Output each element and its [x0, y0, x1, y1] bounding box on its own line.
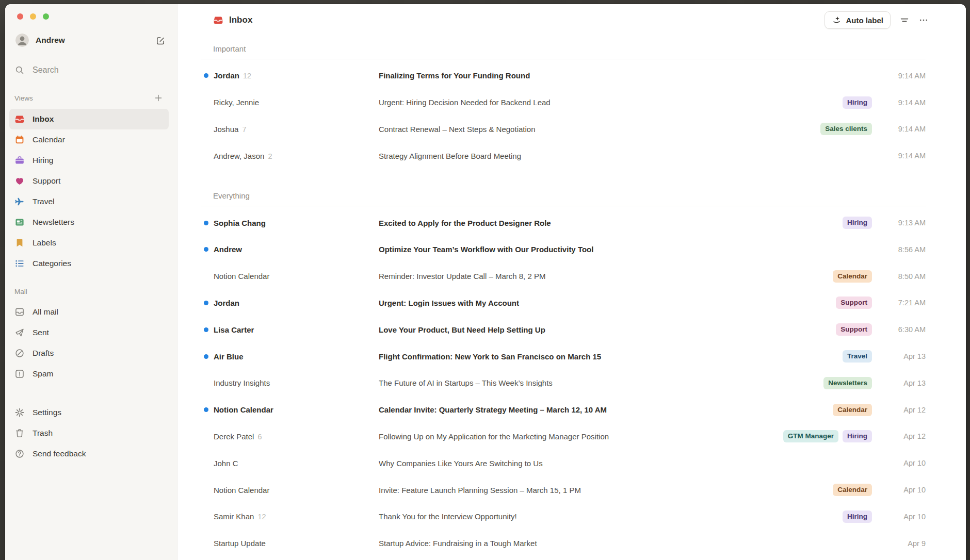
- sidebar-item-settings[interactable]: Settings: [9, 402, 169, 423]
- section-divider: [201, 59, 926, 59]
- email-subject: Thank You for the Interview Opportunity!: [379, 512, 834, 521]
- list-icon: [14, 258, 25, 269]
- sidebar-item-labels[interactable]: Labels: [9, 233, 169, 253]
- search-icon: [14, 65, 25, 75]
- bookmark-icon: [14, 238, 25, 248]
- label-tag[interactable]: Hiring: [843, 510, 872, 523]
- sidebar-item-travel[interactable]: Travel: [9, 191, 169, 212]
- auto-label-button[interactable]: Auto label: [824, 11, 891, 29]
- email-row[interactable]: John C Why Companies Like Yours Are Swit…: [201, 450, 926, 476]
- section-header: Important: [213, 33, 926, 59]
- sidebar-item-newsletters[interactable]: Newsletters: [9, 212, 169, 233]
- gear-icon: [14, 407, 25, 418]
- zoom-window-button[interactable]: [43, 13, 49, 20]
- label-tag[interactable]: Sales clients: [820, 123, 872, 135]
- filter-button[interactable]: [899, 15, 910, 25]
- section-rows: Sophia Chang Excited to Apply for the Pr…: [201, 209, 926, 560]
- email-row[interactable]: Notion Calendar Invite: Feature Launch P…: [201, 476, 926, 503]
- views-section-label: Views: [14, 94, 33, 102]
- sidebar-item-trash[interactable]: Trash: [9, 423, 169, 443]
- email-row[interactable]: Air Blue Flight Confirmation: New York t…: [201, 343, 926, 370]
- header-controls: Auto label: [824, 11, 929, 29]
- email-labels: Sales clients: [820, 123, 872, 135]
- email-row[interactable]: Ricky, Jennie Urgent: Hiring Decision Ne…: [201, 89, 926, 116]
- sidebar-item-sent[interactable]: Sent: [9, 322, 169, 343]
- label-tag[interactable]: GTM Manager: [783, 430, 838, 442]
- label-tag[interactable]: Hiring: [843, 430, 872, 442]
- email-sender: John C: [214, 459, 238, 468]
- email-time: Apr 12: [878, 432, 926, 440]
- mail-section-header: Mail: [5, 284, 164, 299]
- label-tag[interactable]: Support: [836, 323, 872, 336]
- email-row[interactable]: Notion Calendar Calendar Invite: Quarter…: [201, 397, 926, 423]
- more-options-button[interactable]: [918, 15, 929, 25]
- email-subject: Love Your Product, But Need Help Setting…: [379, 325, 828, 334]
- sidebar-item-calendar[interactable]: Calendar: [9, 129, 169, 150]
- email-labels: Hiring: [843, 96, 872, 109]
- email-labels: Support: [836, 323, 872, 336]
- unread-dot: [204, 247, 208, 252]
- email-row[interactable]: Lisa Carter Love Your Product, But Need …: [201, 316, 926, 343]
- label-tag[interactable]: Calendar: [833, 484, 872, 496]
- email-time: Apr 10: [878, 513, 926, 521]
- email-sender: Andrew, Jason: [214, 152, 264, 160]
- label-tag[interactable]: Travel: [843, 350, 872, 363]
- email-row[interactable]: Joshua7 Contract Renewal – Next Steps & …: [201, 116, 926, 143]
- filter-lines-icon: [899, 15, 910, 25]
- email-row[interactable]: Startup Update Startup Advice: Fundraisi…: [201, 530, 926, 557]
- email-sender: Notion Calendar: [214, 405, 273, 414]
- label-tag[interactable]: Calendar: [833, 270, 872, 283]
- email-row[interactable]: Jordan Urgent: Login Issues with My Acco…: [201, 290, 926, 317]
- label-tag[interactable]: Support: [836, 297, 872, 309]
- inbox-main-panel: Inbox Auto label Important Jordan12 Fina…: [177, 4, 966, 560]
- tray-icon: [14, 307, 25, 317]
- email-labels: Calendar: [833, 404, 872, 416]
- close-window-button[interactable]: [17, 13, 23, 20]
- email-subject: The Future of AI in Startups – This Week…: [379, 378, 815, 387]
- desktop-background: Andrew Search Views Inbox Calendar Hirin…: [0, 0, 970, 560]
- email-time: 9:14 AM: [878, 98, 926, 107]
- email-row[interactable]: Car Rentals Upcoming Rental Details – Pi…: [201, 557, 926, 560]
- email-row[interactable]: Sophia Chang Excited to Apply for the Pr…: [201, 209, 926, 236]
- email-time: Apr 9: [878, 539, 926, 548]
- plane-icon: [14, 196, 25, 207]
- mail-app-window: Andrew Search Views Inbox Calendar Hirin…: [5, 4, 966, 560]
- sidebar-item-all-mail[interactable]: All mail: [9, 302, 169, 322]
- email-section: Important Jordan12 Finalizing Terms for …: [201, 33, 926, 169]
- label-tag[interactable]: Hiring: [843, 217, 872, 229]
- sidebar-item-send-feedback[interactable]: Send feedback: [9, 443, 169, 464]
- email-time: 9:14 AM: [878, 125, 926, 133]
- email-time: 6:30 AM: [878, 325, 926, 334]
- email-row[interactable]: Andrew, Jason2 Strategy Alignment Before…: [201, 142, 926, 169]
- account-name[interactable]: Andrew: [36, 36, 65, 45]
- pencil-circle-icon: [14, 348, 25, 358]
- search-input[interactable]: Search: [5, 62, 166, 78]
- email-row[interactable]: Derek Patel6 Following Up on My Applicat…: [201, 423, 926, 450]
- email-row[interactable]: Samir Khan12 Thank You for the Interview…: [201, 503, 926, 530]
- sidebar-item-inbox[interactable]: Inbox: [9, 109, 169, 129]
- sidebar-item-spam[interactable]: Spam: [9, 364, 169, 384]
- sidebar-item-drafts[interactable]: Drafts: [9, 343, 169, 364]
- email-subject: Excited to Apply for the Product Designe…: [379, 219, 834, 227]
- sidebar-item-support[interactable]: Support: [9, 171, 169, 191]
- sidebar-item-hiring[interactable]: Hiring: [9, 150, 169, 171]
- email-row[interactable]: Andrew Optimize Your Team’s Workflow wit…: [201, 236, 926, 263]
- avatar[interactable]: [15, 34, 29, 47]
- label-tag[interactable]: Newsletters: [823, 377, 872, 389]
- minimize-window-button[interactable]: [30, 13, 36, 20]
- email-sender: Jordan: [214, 299, 239, 307]
- label-tag[interactable]: Calendar: [833, 404, 872, 416]
- compose-button[interactable]: [155, 35, 166, 45]
- email-thread-count: 7: [242, 125, 246, 134]
- email-row[interactable]: Industry Insights The Future of AI in St…: [201, 370, 926, 397]
- unread-dot: [204, 354, 208, 359]
- more-dots-icon: [918, 15, 929, 25]
- section-rows: Jordan12 Finalizing Terms for Your Fundi…: [201, 62, 926, 169]
- email-sender: Industry Insights: [214, 378, 270, 387]
- sidebar-item-categories[interactable]: Categories: [9, 253, 169, 274]
- add-view-button[interactable]: [153, 93, 164, 103]
- email-row[interactable]: Notion Calendar Reminder: Investor Updat…: [201, 263, 926, 290]
- question-circle-icon: [14, 449, 25, 459]
- label-tag[interactable]: Hiring: [843, 96, 872, 109]
- email-row[interactable]: Jordan12 Finalizing Terms for Your Fundi…: [201, 62, 926, 89]
